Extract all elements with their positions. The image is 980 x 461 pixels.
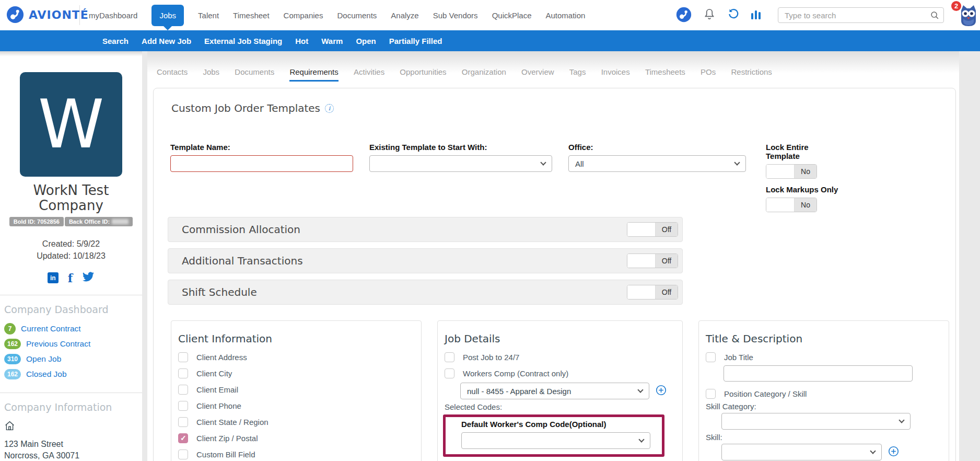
additional-transactions-toggle[interactable]: Off: [627, 253, 678, 268]
add-wc-code-icon[interactable]: [656, 385, 667, 398]
id-badges: Bold ID: 7052856 Back Office ID:: [0, 217, 142, 226]
commission-allocation-toggle[interactable]: Off: [627, 222, 678, 237]
count-badge: 310: [4, 354, 21, 364]
menu-item-documents[interactable]: Documents: [337, 11, 377, 20]
skill-select[interactable]: [721, 444, 882, 460]
menu-item-companies[interactable]: Companies: [284, 11, 323, 20]
tab-invoices[interactable]: Invoices: [601, 67, 630, 82]
existing-template-select[interactable]: [369, 155, 552, 172]
client-address-row: Client Address: [178, 349, 412, 365]
facebook-icon[interactable]: f: [68, 272, 73, 284]
client-state-checkbox[interactable]: [178, 417, 188, 427]
default-wc-highlight-box: Default Worker's Comp Code(Optional): [443, 414, 664, 457]
menu-item-jobs-active[interactable]: Jobs: [151, 5, 184, 26]
add-skill-icon[interactable]: [888, 446, 899, 459]
position-category-row: Position Category / Skill: [706, 386, 939, 402]
tab-requirements-active[interactable]: Requirements: [289, 67, 338, 82]
linkedin-icon[interactable]: in: [48, 272, 59, 283]
social-links: in f: [0, 272, 142, 284]
skill-label: Skill:: [706, 433, 939, 442]
client-phone-checkbox[interactable]: [178, 401, 188, 411]
company-sidebar: W WorkN Test Company Bold ID: 7052856 Ba…: [0, 51, 142, 461]
post-job-checkbox[interactable]: [445, 352, 454, 362]
subnav-add-new-job[interactable]: Add New Job: [142, 37, 191, 45]
client-zip-checkbox[interactable]: [178, 433, 188, 443]
menu-item-timesheet[interactable]: Timesheet: [233, 11, 269, 20]
avionte-roundel-icon[interactable]: [676, 7, 692, 25]
job-title-checkbox[interactable]: [706, 352, 716, 362]
chevron-down-icon: [638, 436, 644, 442]
tab-overview[interactable]: Overview: [521, 67, 554, 82]
menu-item-quickplace[interactable]: QuickPlace: [492, 11, 532, 20]
dashboard-item-closed-job[interactable]: 162 Closed Job: [4, 367, 142, 382]
subnav-warm[interactable]: Warm: [321, 37, 343, 45]
undo-icon[interactable]: [727, 8, 740, 22]
notification-badge[interactable]: 2: [950, 0, 962, 12]
default-wc-select[interactable]: [461, 432, 650, 449]
lock-markups-only-label: Lock Markups Only: [766, 185, 839, 194]
menu-item-subvendors[interactable]: Sub Vendors: [433, 11, 478, 20]
info-icon[interactable]: i: [325, 104, 334, 113]
twitter-icon[interactable]: [82, 272, 95, 284]
tab-timesheets[interactable]: Timesheets: [645, 67, 685, 82]
avionte-logo[interactable]: AVIONTÉ: [6, 6, 89, 24]
skill-category-label: Skill Category:: [706, 402, 939, 411]
tab-pos[interactable]: POs: [701, 67, 716, 82]
chevron-down-icon: [540, 159, 546, 165]
shift-schedule-toggle[interactable]: Off: [627, 285, 678, 299]
job-title-input[interactable]: [724, 365, 913, 382]
skill-category-select[interactable]: [721, 413, 911, 430]
search-input[interactable]: [778, 7, 944, 23]
created-date: Created: 5/9/22: [0, 238, 142, 250]
toggle-knob: [766, 165, 795, 178]
tab-organization[interactable]: Organization: [462, 67, 506, 82]
toggle-state: No: [795, 198, 816, 212]
back-office-id-badge: Back Office ID:: [65, 217, 133, 226]
section-additional-transactions[interactable]: Additional Transactions Off: [168, 248, 683, 273]
subnav-hot[interactable]: Hot: [295, 37, 308, 45]
tab-documents[interactable]: Documents: [235, 67, 274, 82]
field-panels: Client Information Client Address Client…: [171, 320, 949, 461]
dashboard-item-open-job[interactable]: 310 Open Job: [4, 352, 142, 367]
tab-activities[interactable]: Activities: [354, 67, 384, 82]
bell-icon[interactable]: [703, 8, 716, 24]
existing-template-label: Existing Template to Start With:: [369, 143, 552, 152]
client-city-checkbox[interactable]: [178, 368, 188, 378]
menu-item-mydashboard[interactable]: myDashboard: [89, 11, 137, 20]
updated-date: Updated: 10/18/23: [0, 250, 142, 262]
client-email-checkbox[interactable]: [178, 385, 188, 395]
client-email-row: Client Email: [178, 382, 412, 398]
client-address-checkbox[interactable]: [178, 352, 188, 362]
subnav-partially-filled[interactable]: Partially Filled: [389, 37, 442, 45]
tab-opportunities[interactable]: Opportunities: [400, 67, 446, 82]
bar-chart-icon[interactable]: [750, 9, 762, 22]
chevron-down-icon: [734, 159, 740, 165]
tab-restrictions[interactable]: Restrictions: [731, 67, 772, 82]
tab-contacts[interactable]: Contacts: [157, 67, 188, 82]
subnav-open[interactable]: Open: [356, 37, 376, 45]
office-select[interactable]: All: [568, 155, 746, 172]
wc-code-select[interactable]: null - 8455 - Apparel & Design: [460, 383, 649, 399]
workers-comp-checkbox[interactable]: [445, 368, 454, 378]
menu-item-talent[interactable]: Talent: [198, 11, 219, 20]
lock-markups-only-toggle[interactable]: No: [766, 198, 817, 212]
menu-item-automation[interactable]: Automation: [546, 11, 586, 20]
subnav-search[interactable]: Search: [102, 37, 129, 45]
jobs-subnav: Search Add New Job External Job Staging …: [0, 30, 980, 51]
tab-tags[interactable]: Tags: [569, 67, 586, 82]
dashboard-item-previous-contract[interactable]: 162 Previous Contract: [4, 337, 142, 352]
search-icon[interactable]: [930, 10, 939, 22]
section-shift-schedule[interactable]: Shift Schedule Off: [168, 280, 683, 305]
section-commission-allocation[interactable]: Commission Allocation Off: [168, 217, 683, 242]
template-sections: Commission Allocation Off Additional Tra…: [168, 217, 683, 311]
tab-jobs[interactable]: Jobs: [203, 67, 219, 82]
company-avatar: W: [20, 72, 122, 177]
subnav-external-job-staging[interactable]: External Job Staging: [204, 37, 282, 45]
position-category-checkbox[interactable]: [706, 389, 716, 399]
menu-item-analyze[interactable]: Analyze: [391, 11, 418, 20]
custom-bill-field-checkbox[interactable]: [178, 450, 188, 459]
topnav-right: 2: [667, 0, 980, 30]
template-name-input[interactable]: [170, 155, 353, 172]
lock-entire-template-toggle[interactable]: No: [766, 164, 817, 179]
dashboard-item-current-contract[interactable]: 7 Current Contract: [4, 321, 142, 337]
